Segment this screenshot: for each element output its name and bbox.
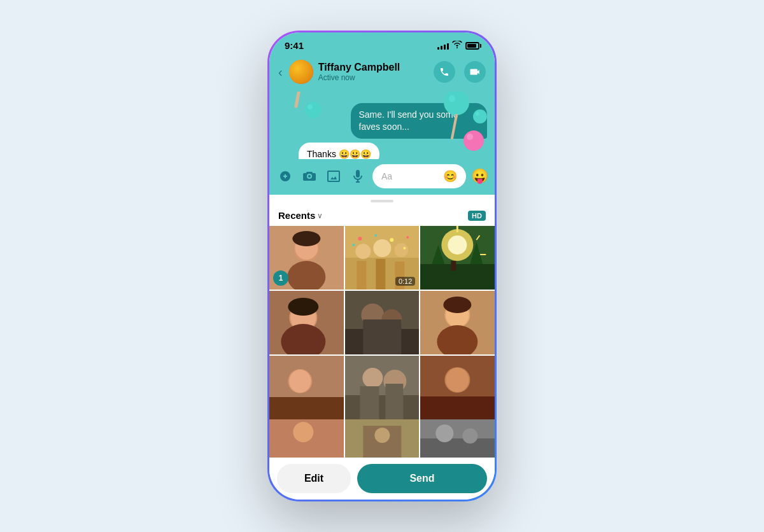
svg-rect-41 [451, 261, 456, 270]
contact-name: Tiffany Campbell [318, 62, 428, 73]
camera-button[interactable] [300, 167, 319, 186]
send-button[interactable]: Send [357, 464, 487, 493]
status-bar: 9:41 [269, 32, 495, 55]
svg-rect-24 [376, 259, 385, 290]
svg-point-30 [352, 244, 355, 246]
back-button[interactable]: ‹ [278, 65, 283, 80]
video-call-button[interactable] [464, 61, 486, 83]
svg-point-17 [292, 231, 320, 246]
contact-avatar [289, 60, 313, 84]
gallery-button[interactable] [324, 167, 343, 186]
svg-rect-60 [269, 397, 344, 419]
chevron-down-icon: ∨ [317, 211, 323, 220]
recents-dropdown[interactable]: Recents ∨ [278, 210, 323, 221]
drag-handle [269, 195, 495, 207]
photo-partial-row [269, 419, 495, 458]
svg-point-22 [394, 243, 408, 257]
svg-rect-64 [345, 395, 420, 419]
photo-cell[interactable] [420, 356, 495, 419]
svg-rect-33 [420, 264, 495, 290]
message-bubble: Thanks 😀😀😀 [299, 143, 379, 159]
svg-point-27 [374, 234, 377, 237]
status-time: 9:41 [285, 40, 304, 51]
svg-point-45 [288, 298, 318, 316]
photo-selected-badge: 1 [273, 270, 288, 286]
photo-picker-header: Recents ∨ HD [269, 207, 495, 226]
header-actions [434, 61, 486, 83]
photo-cell[interactable] [345, 419, 420, 458]
svg-point-79 [463, 428, 478, 444]
photo-cell[interactable] [420, 226, 495, 290]
video-duration: 0:12 [395, 277, 415, 286]
svg-point-20 [355, 244, 371, 259]
svg-point-35 [448, 235, 467, 255]
message-row: Thanks 😀😀😀 [277, 143, 487, 159]
svg-point-28 [390, 238, 393, 242]
svg-point-2 [449, 95, 455, 102]
mic-button[interactable] [348, 167, 367, 186]
photo-grid: 1 [269, 226, 495, 419]
svg-point-0 [456, 47, 458, 48]
chat-header: ‹ Tiffany Campbell Active now [269, 55, 495, 92]
photo-cell[interactable] [420, 291, 495, 354]
svg-point-26 [358, 237, 362, 241]
add-button[interactable] [276, 167, 295, 186]
recents-label: Recents [278, 210, 315, 221]
svg-point-72 [293, 422, 313, 442]
svg-point-21 [373, 239, 391, 257]
svg-rect-65 [360, 386, 379, 419]
bottom-actions: Edit Send [269, 458, 495, 500]
photo-cell[interactable] [269, 419, 344, 458]
photo-cell[interactable]: 1 [269, 226, 344, 290]
sticker-button[interactable]: 😛 [471, 168, 488, 185]
photo-cell[interactable] [269, 291, 344, 354]
message-bubble: Same. I'll send you some faves soon... [351, 103, 488, 139]
svg-rect-66 [385, 384, 403, 419]
photo-cell[interactable] [345, 291, 420, 354]
svg-point-69 [446, 368, 469, 392]
input-placeholder: Aa [381, 171, 392, 181]
svg-point-55 [444, 297, 472, 313]
photo-cell[interactable] [420, 419, 495, 458]
wifi-icon [452, 41, 462, 50]
contact-info: Tiffany Campbell Active now [318, 62, 428, 82]
status-icons [437, 41, 479, 50]
hd-badge[interactable]: HD [468, 211, 486, 221]
edit-button[interactable]: Edit [277, 464, 351, 493]
svg-point-78 [436, 424, 454, 442]
chat-area: Same. I'll send you some faves soon... T… [269, 92, 495, 159]
message-row: Same. I'll send you some faves soon... [277, 103, 487, 139]
svg-rect-70 [420, 396, 495, 419]
svg-rect-23 [357, 261, 366, 290]
svg-point-75 [374, 428, 390, 443]
photo-cell[interactable] [345, 356, 420, 419]
svg-point-29 [406, 236, 409, 239]
call-button[interactable] [434, 61, 455, 83]
svg-point-31 [403, 247, 406, 249]
phone-screen: 9:41 [269, 32, 495, 500]
battery-icon [465, 42, 479, 50]
svg-rect-77 [420, 438, 495, 458]
drag-handle-bar [371, 200, 393, 202]
svg-point-59 [289, 370, 311, 393]
input-bar: Aa 😊 😛 [269, 159, 495, 195]
svg-rect-51 [363, 319, 401, 354]
message-input[interactable]: Aa 😊 [372, 164, 466, 188]
svg-point-62 [362, 368, 383, 388]
emoji-button[interactable]: 😊 [443, 169, 457, 183]
signal-icon [437, 42, 449, 50]
phone-frame: 9:41 [267, 31, 497, 501]
photo-cell[interactable] [269, 356, 344, 419]
photo-cell[interactable]: 0:12 [345, 226, 420, 290]
contact-status: Active now [318, 73, 428, 82]
